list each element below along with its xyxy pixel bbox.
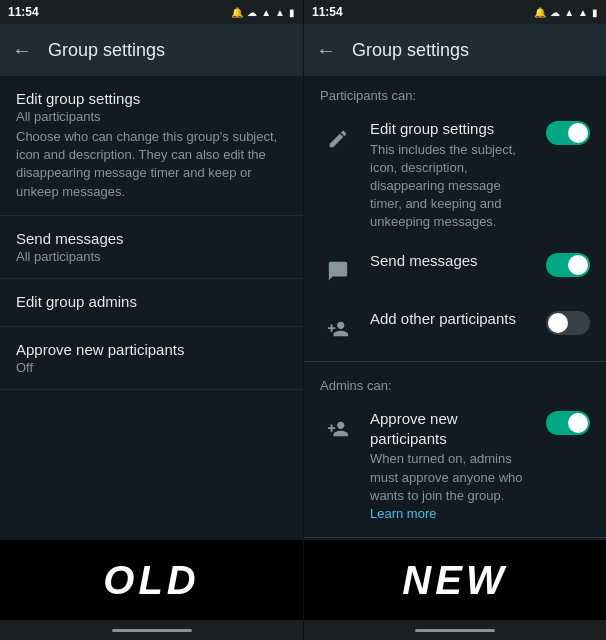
old-header-title: Group settings [48, 40, 165, 61]
signal-icon: ▲ [564, 7, 574, 18]
toggle-thumb [568, 413, 588, 433]
item-desc: Choose who can change this group's subje… [16, 128, 287, 201]
old-bottom-label: OLD [0, 540, 303, 620]
approve-participants-toggle-area[interactable] [546, 411, 590, 435]
signal-icon: ▲ [261, 7, 271, 18]
add-participants-content: Add other participants [370, 309, 532, 329]
send-messages-toggle[interactable] [546, 253, 590, 277]
approve-participants-title: Approve new participants [370, 409, 532, 448]
new-content: Participants can: Edit group settings Th… [304, 76, 606, 540]
old-status-bar: 11:54 🔔 ☁ ▲ ▲ ▮ [0, 0, 303, 24]
battery-icon: ▮ [289, 7, 295, 18]
toggle-thumb [548, 313, 568, 333]
admins-section-label: Admins can: [304, 366, 606, 399]
new-header: ← Group settings [304, 24, 606, 76]
edit-group-settings-desc: This includes the subject, icon, descrip… [370, 141, 532, 232]
item-title: Edit group settings [16, 90, 287, 107]
item-subtitle: Off [16, 360, 287, 375]
notification-icon: 🔔 [231, 7, 243, 18]
new-home-bar [415, 629, 495, 632]
battery-icon: ▮ [592, 7, 598, 18]
edit-group-settings-title: Edit group settings [370, 119, 532, 139]
add-participants-toggle-area[interactable] [546, 311, 590, 335]
approve-participants-row[interactable]: Approve new participants When turned on,… [304, 399, 606, 533]
toggle-thumb [568, 123, 588, 143]
old-status-icons: 🔔 ☁ ▲ ▲ ▮ [231, 7, 295, 18]
participants-section-label: Participants can: [304, 76, 606, 109]
edit-group-settings-toggle-area[interactable] [546, 121, 590, 145]
send-messages-content: Send messages [370, 251, 532, 271]
edit-icon [320, 121, 356, 157]
old-header: ← Group settings [0, 24, 303, 76]
item-subtitle: All participants [16, 249, 287, 264]
new-panel: 11:54 🔔 ☁ ▲ ▲ ▮ ← Group settings Partici… [303, 0, 606, 640]
add-person-icon [320, 311, 356, 347]
item-title: Edit group admins [16, 293, 287, 310]
cloud-icon: ☁ [247, 7, 257, 18]
notification-icon: 🔔 [534, 7, 546, 18]
edit-group-settings-content: Edit group settings This includes the su… [370, 119, 532, 231]
send-messages-title: Send messages [370, 251, 532, 271]
old-content: Edit group settings All participants Cho… [0, 76, 303, 540]
item-subtitle: All participants [16, 109, 287, 124]
item-title: Approve new participants [16, 341, 287, 358]
toggle-thumb [568, 255, 588, 275]
old-time: 11:54 [8, 5, 39, 19]
new-status-icons: 🔔 ☁ ▲ ▲ ▮ [534, 7, 598, 18]
approve-participants-desc: When turned on, admins must approve anyo… [370, 450, 532, 523]
new-status-bar: 11:54 🔔 ☁ ▲ ▲ ▮ [304, 0, 606, 24]
new-header-title: Group settings [352, 40, 469, 61]
divider-2 [304, 537, 606, 538]
old-back-button[interactable]: ← [12, 39, 32, 62]
add-participants-title: Add other participants [370, 309, 532, 329]
new-back-button[interactable]: ← [316, 39, 336, 62]
wifi-icon: ▲ [578, 7, 588, 18]
wifi-icon: ▲ [275, 7, 285, 18]
old-label-text: OLD [103, 558, 199, 603]
learn-more-link[interactable]: Learn more [370, 506, 436, 521]
approve-icon [320, 411, 356, 447]
cloud-icon: ☁ [550, 7, 560, 18]
list-item[interactable]: Edit group settings All participants Cho… [0, 76, 303, 216]
approve-participants-content: Approve new participants When turned on,… [370, 409, 532, 523]
old-home-indicator [0, 620, 303, 640]
list-item[interactable]: Edit group admins [0, 279, 303, 327]
send-messages-row[interactable]: Send messages [304, 241, 606, 299]
item-title: Send messages [16, 230, 287, 247]
old-home-bar [112, 629, 192, 632]
divider-1 [304, 361, 606, 362]
new-label-text: NEW [402, 558, 507, 603]
edit-group-settings-toggle[interactable] [546, 121, 590, 145]
new-time: 11:54 [312, 5, 343, 19]
edit-group-settings-row[interactable]: Edit group settings This includes the su… [304, 109, 606, 241]
new-home-indicator [304, 620, 606, 640]
new-bottom-label: NEW [304, 540, 606, 620]
old-panel: 11:54 🔔 ☁ ▲ ▲ ▮ ← Group settings Edit gr… [0, 0, 303, 640]
approve-participants-toggle[interactable] [546, 411, 590, 435]
add-participants-toggle[interactable] [546, 311, 590, 335]
list-item[interactable]: Approve new participants Off [0, 327, 303, 390]
send-messages-toggle-area[interactable] [546, 253, 590, 277]
message-icon [320, 253, 356, 289]
add-participants-row[interactable]: Add other participants [304, 299, 606, 357]
list-item[interactable]: Send messages All participants [0, 216, 303, 279]
